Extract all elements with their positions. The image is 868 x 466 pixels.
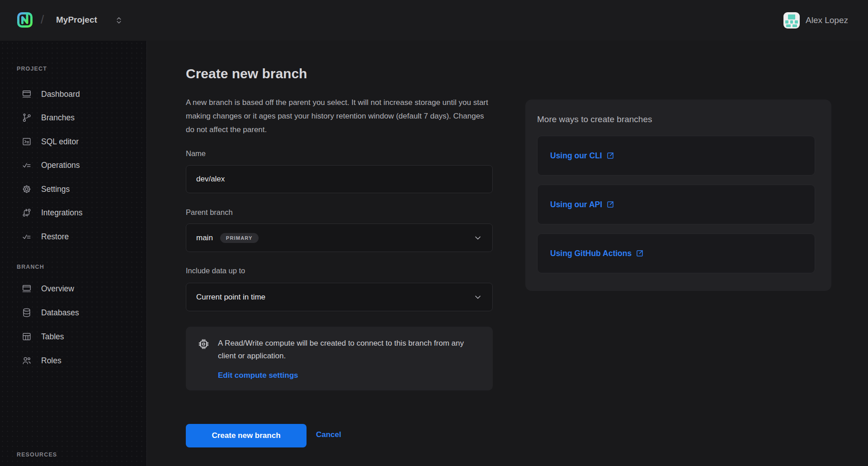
compute-note-text: A Read/Write compute will be created to …: [218, 337, 478, 362]
breadcrumb-slash: /: [41, 13, 44, 27]
external-link-icon: [636, 249, 644, 257]
user-name: Alex Lopez: [806, 15, 848, 25]
parent-branch-select[interactable]: main PRIMARY: [186, 223, 493, 252]
compute-note: A Read/Write compute will be created to …: [186, 327, 493, 390]
sidebar-item-label: Roles: [41, 356, 61, 366]
sidebar-section-project: PROJECT: [17, 66, 47, 72]
create-branch-button[interactable]: Create new branch: [186, 424, 307, 447]
sidebar-item-label: Overview: [41, 284, 74, 294]
include-data-label: Include data up to: [186, 266, 245, 275]
sidebar-item-settings[interactable]: Settings: [0, 180, 146, 198]
sidebar-item-roles[interactable]: Roles: [0, 352, 146, 370]
sidebar-item-operations[interactable]: Operations: [0, 156, 146, 174]
name-label: Name: [186, 149, 206, 158]
include-data-select[interactable]: Current point in time: [186, 283, 493, 311]
sidebar-item-tables[interactable]: Tables: [0, 328, 146, 346]
gear-icon: [22, 184, 32, 194]
branch-name-input[interactable]: [186, 165, 493, 193]
more-ways-title: More ways to create branches: [537, 114, 815, 124]
api-link-label: Using our API: [550, 200, 602, 209]
sidebar-item-label: Databases: [41, 308, 79, 318]
github-actions-card[interactable]: Using GitHub Actions: [537, 233, 815, 273]
github-actions-link-label: Using GitHub Actions: [550, 249, 632, 258]
sidebar-item-databases[interactable]: Databases: [0, 304, 146, 322]
sidebar-section-resources: RESOURCES: [17, 452, 57, 458]
neon-logo-icon[interactable]: [16, 11, 33, 29]
sidebar-item-label: Integrations: [41, 208, 82, 218]
cli-link-label: Using our CLI: [550, 151, 602, 161]
include-data-value: Current point in time: [196, 293, 265, 302]
top-bar: / MyProject Alex Lopez: [0, 0, 868, 41]
main-content: Create new branch A new branch is based …: [147, 41, 868, 466]
window-icon: [22, 284, 32, 294]
check-list-icon: [22, 160, 32, 170]
sidebar-item-label: Restore: [41, 232, 69, 242]
sidebar-item-label: Tables: [41, 332, 64, 342]
sidebar-item-integrations[interactable]: Integrations: [0, 204, 146, 222]
sidebar-item-label: Settings: [41, 185, 70, 194]
sidebar-item-label: SQL editor: [41, 137, 79, 147]
cli-card[interactable]: Using our CLI: [537, 136, 815, 176]
sidebar-item-label: Operations: [41, 161, 80, 170]
parent-branch-value: main: [196, 233, 213, 243]
integration-arrows-icon: [22, 208, 32, 218]
edit-compute-settings-link[interactable]: Edit compute settings: [218, 371, 298, 380]
cli-link[interactable]: Using our CLI: [550, 151, 614, 161]
chevron-down-icon: [473, 293, 482, 302]
check-list-icon: [22, 232, 32, 242]
chevrons-up-down-icon[interactable]: [115, 16, 123, 24]
api-link[interactable]: Using our API: [550, 200, 614, 209]
more-ways-panel: More ways to create branches Using our C…: [525, 100, 831, 291]
sidebar-item-branches[interactable]: Branches: [0, 109, 146, 127]
api-card[interactable]: Using our API: [537, 185, 815, 224]
avatar: [783, 12, 800, 29]
sidebar-item-sql-editor[interactable]: SQL editor: [0, 133, 146, 151]
primary-badge: PRIMARY: [220, 233, 259, 243]
terminal-icon: [22, 137, 32, 147]
breadcrumb-project-name[interactable]: MyProject: [56, 15, 97, 25]
github-actions-link[interactable]: Using GitHub Actions: [550, 249, 644, 258]
external-link-icon: [606, 200, 614, 209]
database-icon: [22, 308, 32, 318]
external-link-icon: [606, 152, 614, 160]
parent-branch-label: Parent branch: [186, 208, 233, 217]
user-menu[interactable]: Alex Lopez: [783, 12, 848, 29]
git-branch-icon: [22, 113, 32, 123]
page-description: A new branch is based off the parent you…: [186, 96, 490, 137]
sidebar-section-branch: BRANCH: [17, 264, 44, 270]
cpu-chip-icon: [198, 338, 210, 350]
sidebar-item-label: Dashboard: [41, 90, 80, 99]
chevron-down-icon: [473, 233, 482, 243]
window-icon: [22, 89, 32, 99]
sidebar-item-label: Branches: [41, 113, 75, 123]
cancel-link[interactable]: Cancel: [316, 430, 341, 439]
table-icon: [22, 332, 32, 342]
sidebar-item-restore[interactable]: Restore: [0, 228, 146, 246]
users-icon: [22, 356, 32, 366]
sidebar-item-overview[interactable]: Overview: [0, 280, 146, 298]
sidebar-item-dashboard[interactable]: Dashboard: [0, 85, 146, 103]
page-title: Create new branch: [186, 66, 307, 81]
sidebar: PROJECT Dashboard Branches SQL editor Op…: [0, 41, 147, 466]
